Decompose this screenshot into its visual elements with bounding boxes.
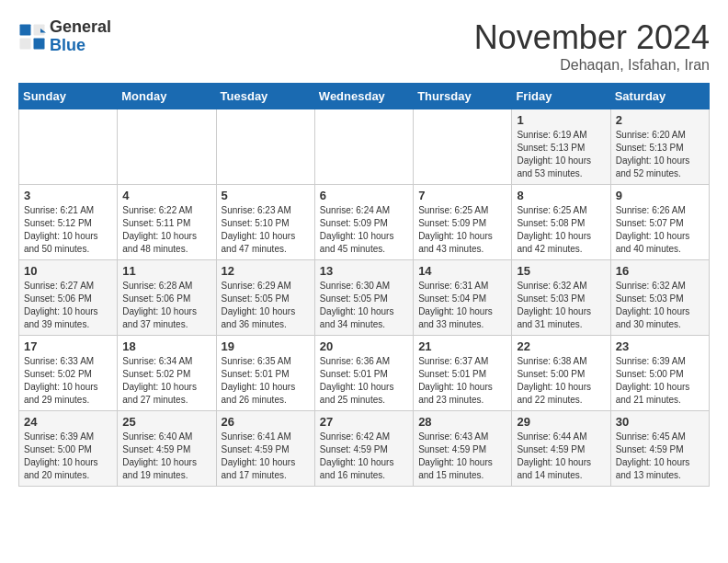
calendar-cell: 27Sunrise: 6:42 AM Sunset: 4:59 PM Dayli… (314, 411, 413, 487)
logo-icon (18, 23, 46, 51)
day-number: 24 (24, 415, 112, 429)
day-info: Sunrise: 6:20 AM Sunset: 5:13 PM Dayligh… (616, 129, 704, 180)
calendar-cell: 20Sunrise: 6:36 AM Sunset: 5:01 PM Dayli… (314, 336, 413, 411)
weekday-header-monday: Monday (118, 84, 216, 109)
day-info: Sunrise: 6:34 AM Sunset: 5:02 PM Dayligh… (122, 355, 210, 407)
day-number: 7 (418, 189, 506, 202)
calendar-cell: 11Sunrise: 6:28 AM Sunset: 5:06 PM Dayli… (118, 260, 216, 336)
day-number: 22 (517, 339, 605, 353)
calendar-cell: 1Sunrise: 6:19 AM Sunset: 5:13 PM Daylig… (512, 109, 610, 185)
calendar-cell: 2Sunrise: 6:20 AM Sunset: 5:13 PM Daylig… (610, 109, 709, 185)
day-number: 2 (616, 113, 704, 127)
day-info: Sunrise: 6:22 AM Sunset: 5:11 PM Dayligh… (122, 204, 210, 256)
day-number: 12 (222, 264, 310, 278)
logo-text: General Blue (50, 18, 111, 55)
day-info: Sunrise: 6:39 AM Sunset: 5:00 PM Dayligh… (616, 355, 704, 407)
day-info: Sunrise: 6:36 AM Sunset: 5:01 PM Dayligh… (320, 355, 408, 407)
day-number: 3 (24, 189, 112, 202)
calendar-cell: 3Sunrise: 6:21 AM Sunset: 5:12 PM Daylig… (19, 185, 118, 260)
calendar-week-4: 17Sunrise: 6:33 AM Sunset: 5:02 PM Dayli… (19, 336, 710, 411)
calendar-cell: 25Sunrise: 6:40 AM Sunset: 4:59 PM Dayli… (118, 411, 216, 487)
calendar-cell: 22Sunrise: 6:38 AM Sunset: 5:00 PM Dayli… (512, 336, 610, 411)
weekday-header-tuesday: Tuesday (216, 84, 314, 109)
day-number: 26 (222, 415, 310, 429)
calendar-cell (414, 109, 512, 185)
day-info: Sunrise: 6:31 AM Sunset: 5:04 PM Dayligh… (418, 280, 506, 331)
day-number: 17 (24, 339, 112, 353)
calendar-cell (19, 109, 118, 185)
calendar-cell: 26Sunrise: 6:41 AM Sunset: 4:59 PM Dayli… (216, 411, 314, 487)
day-info: Sunrise: 6:24 AM Sunset: 5:09 PM Dayligh… (320, 204, 408, 256)
calendar-cell: 4Sunrise: 6:22 AM Sunset: 5:11 PM Daylig… (118, 185, 216, 260)
day-info: Sunrise: 6:21 AM Sunset: 5:12 PM Dayligh… (24, 204, 112, 256)
calendar-header-row: SundayMondayTuesdayWednesdayThursdayFrid… (19, 84, 710, 109)
day-number: 23 (616, 339, 704, 353)
calendar-cell (314, 109, 413, 185)
weekday-header-sunday: Sunday (19, 84, 118, 109)
month-title: November 2024 (474, 18, 710, 57)
day-info: Sunrise: 6:32 AM Sunset: 5:03 PM Dayligh… (616, 280, 704, 331)
day-info: Sunrise: 6:19 AM Sunset: 5:13 PM Dayligh… (517, 129, 605, 180)
day-info: Sunrise: 6:35 AM Sunset: 5:01 PM Dayligh… (222, 355, 310, 407)
title-block: November 2024 Dehaqan, Isfahan, Iran (474, 18, 710, 74)
day-number: 18 (122, 339, 210, 353)
calendar-week-2: 3Sunrise: 6:21 AM Sunset: 5:12 PM Daylig… (19, 185, 710, 260)
day-number: 30 (616, 415, 704, 429)
location-title: Dehaqan, Isfahan, Iran (474, 57, 710, 74)
calendar-cell: 21Sunrise: 6:37 AM Sunset: 5:01 PM Dayli… (414, 336, 512, 411)
day-info: Sunrise: 6:29 AM Sunset: 5:05 PM Dayligh… (222, 280, 310, 331)
day-number: 16 (616, 264, 704, 278)
day-info: Sunrise: 6:39 AM Sunset: 5:00 PM Dayligh… (24, 431, 112, 482)
weekday-header-friday: Friday (512, 84, 610, 109)
day-info: Sunrise: 6:32 AM Sunset: 5:03 PM Dayligh… (517, 280, 605, 331)
calendar-cell: 29Sunrise: 6:44 AM Sunset: 4:59 PM Dayli… (512, 411, 610, 487)
svg-rect-2 (20, 38, 31, 49)
svg-rect-0 (20, 24, 31, 35)
calendar-week-1: 1Sunrise: 6:19 AM Sunset: 5:13 PM Daylig… (19, 109, 710, 185)
day-info: Sunrise: 6:26 AM Sunset: 5:07 PM Dayligh… (616, 204, 704, 256)
day-info: Sunrise: 6:38 AM Sunset: 5:00 PM Dayligh… (517, 355, 605, 407)
day-number: 11 (122, 264, 210, 278)
calendar-cell: 23Sunrise: 6:39 AM Sunset: 5:00 PM Dayli… (610, 336, 709, 411)
calendar-cell: 30Sunrise: 6:45 AM Sunset: 4:59 PM Dayli… (610, 411, 709, 487)
calendar-cell: 12Sunrise: 6:29 AM Sunset: 5:05 PM Dayli… (216, 260, 314, 336)
day-info: Sunrise: 6:42 AM Sunset: 4:59 PM Dayligh… (320, 431, 408, 482)
day-info: Sunrise: 6:33 AM Sunset: 5:02 PM Dayligh… (24, 355, 112, 407)
weekday-header-saturday: Saturday (610, 84, 709, 109)
day-info: Sunrise: 6:43 AM Sunset: 4:59 PM Dayligh… (418, 431, 506, 482)
day-info: Sunrise: 6:25 AM Sunset: 5:08 PM Dayligh… (517, 204, 605, 256)
calendar-table: SundayMondayTuesdayWednesdayThursdayFrid… (18, 83, 710, 487)
svg-rect-3 (34, 38, 45, 49)
day-number: 5 (222, 189, 310, 202)
logo-blue: Blue (50, 37, 111, 55)
calendar-cell (118, 109, 216, 185)
calendar-cell: 6Sunrise: 6:24 AM Sunset: 5:09 PM Daylig… (314, 185, 413, 260)
day-number: 25 (122, 415, 210, 429)
day-number: 19 (222, 339, 310, 353)
day-info: Sunrise: 6:37 AM Sunset: 5:01 PM Dayligh… (418, 355, 506, 407)
weekday-header-wednesday: Wednesday (314, 84, 413, 109)
day-info: Sunrise: 6:27 AM Sunset: 5:06 PM Dayligh… (24, 280, 112, 331)
calendar-cell: 14Sunrise: 6:31 AM Sunset: 5:04 PM Dayli… (414, 260, 512, 336)
calendar-cell: 16Sunrise: 6:32 AM Sunset: 5:03 PM Dayli… (610, 260, 709, 336)
calendar-cell: 5Sunrise: 6:23 AM Sunset: 5:10 PM Daylig… (216, 185, 314, 260)
calendar-week-3: 10Sunrise: 6:27 AM Sunset: 5:06 PM Dayli… (19, 260, 710, 336)
day-number: 14 (418, 264, 506, 278)
day-number: 8 (517, 189, 605, 202)
day-number: 6 (320, 189, 408, 202)
logo-general: General (50, 18, 111, 37)
day-info: Sunrise: 6:28 AM Sunset: 5:06 PM Dayligh… (122, 280, 210, 331)
day-number: 13 (320, 264, 408, 278)
calendar-cell: 17Sunrise: 6:33 AM Sunset: 5:02 PM Dayli… (19, 336, 118, 411)
day-number: 27 (320, 415, 408, 429)
day-info: Sunrise: 6:41 AM Sunset: 4:59 PM Dayligh… (222, 431, 310, 482)
weekday-header-thursday: Thursday (414, 84, 512, 109)
calendar-cell: 19Sunrise: 6:35 AM Sunset: 5:01 PM Dayli… (216, 336, 314, 411)
day-number: 4 (122, 189, 210, 202)
day-info: Sunrise: 6:25 AM Sunset: 5:09 PM Dayligh… (418, 204, 506, 256)
calendar-cell: 7Sunrise: 6:25 AM Sunset: 5:09 PM Daylig… (414, 185, 512, 260)
day-info: Sunrise: 6:30 AM Sunset: 5:05 PM Dayligh… (320, 280, 408, 331)
page-header: General Blue November 2024 Dehaqan, Isfa… (18, 18, 710, 74)
day-info: Sunrise: 6:23 AM Sunset: 5:10 PM Dayligh… (222, 204, 310, 256)
day-number: 20 (320, 339, 408, 353)
